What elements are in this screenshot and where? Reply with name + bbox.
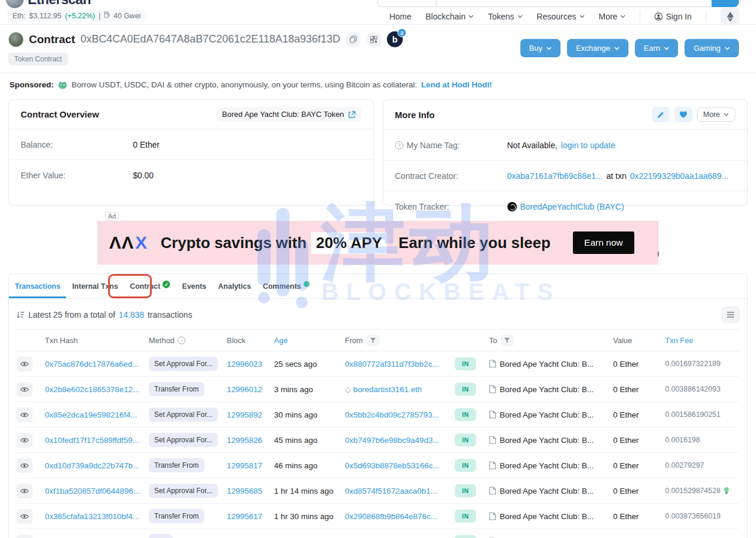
edit-name-tag-button[interactable]: [652, 107, 670, 122]
search-button[interactable]: [712, 0, 739, 7]
from-address-link[interactable]: 0xd8574f51672aaca0b1...: [345, 487, 437, 495]
txn-hash-link[interactable]: 0x75ac876dc17876a6ed...: [45, 360, 144, 369]
creator-address-link[interactable]: 0xaba7161a7fb69c88e1...: [507, 171, 603, 181]
preview-txn-button[interactable]: [17, 484, 32, 498]
tab-comments[interactable]: Comments: [257, 274, 315, 298]
block-link[interactable]: 12995685: [227, 487, 269, 495]
favorite-button[interactable]: [674, 107, 692, 122]
block-link[interactable]: 12996023: [227, 360, 269, 369]
preview-txn-button[interactable]: [17, 407, 32, 422]
balance-label: Balance:: [21, 140, 133, 149]
flamingo-scene-graphic: [634, 221, 659, 265]
creation-txn-link[interactable]: 0x22199329b0aa1aa689...: [630, 171, 729, 181]
txn-hash-link[interactable]: 0xf1ba520857df0644896...: [45, 487, 144, 495]
method-badge[interactable]: Transfer From: [149, 458, 204, 472]
preview-txn-button[interactable]: [17, 509, 32, 524]
preview-txn-button[interactable]: [17, 458, 32, 473]
qr-code-button[interactable]: [366, 32, 382, 47]
copy-address-button[interactable]: [346, 32, 361, 47]
chevron-down-icon: [468, 15, 474, 18]
txn-hash-link[interactable]: 0x2b8e602c1865378e12...: [45, 385, 144, 394]
table-options-button[interactable]: [722, 307, 739, 322]
eth-price-value[interactable]: $3,112.95: [29, 12, 61, 20]
earn-now-button[interactable]: Earn now: [573, 231, 634, 254]
block-link[interactable]: 12995826: [227, 436, 269, 445]
from-address-link[interactable]: 0x5d693b8878eb53166c...: [345, 461, 439, 470]
blockscan-chat-button[interactable]: b 2: [387, 31, 403, 47]
tab-transactions[interactable]: Transactions: [9, 274, 66, 298]
to-address[interactable]: Bored Ape Yacht Club: B...: [500, 385, 594, 394]
more-info-card: More Info More ? My Name Tag: Not: [383, 99, 748, 206]
total-transactions-link[interactable]: 14,838: [119, 310, 144, 319]
txn-fee: 0.0016198: [665, 436, 739, 444]
to-address[interactable]: Bored Ape Yacht Club: B...: [500, 410, 594, 419]
price-gas-separator: |: [99, 12, 100, 20]
method-badge[interactable]: Set Approval For...: [149, 433, 218, 447]
preview-txn-button[interactable]: [17, 433, 32, 448]
txn-hash-link[interactable]: 0x10fedf17f17c589ffdf59...: [45, 436, 144, 445]
to-address[interactable]: Bored Ape Yacht Club: B...: [500, 512, 594, 521]
more-info-more-button[interactable]: More: [697, 107, 735, 122]
block-link[interactable]: 12995617: [227, 512, 269, 521]
block-link[interactable]: 12995817: [227, 461, 269, 470]
txn-fee: 0.001697322189: [665, 360, 739, 368]
contract-overview-card: Contract Overview Bored Ape Yacht Club: …: [8, 99, 374, 206]
block-link[interactable]: 12996012: [227, 385, 269, 394]
txn-hash-link[interactable]: 0xd10d739a9dc22b747b...: [45, 461, 144, 470]
to-address[interactable]: Bored Ape Yacht Club: B...: [500, 487, 594, 495]
login-to-update-link[interactable]: login to update: [561, 141, 615, 150]
search-filter-select[interactable]: [377, 0, 436, 7]
preview-txn-button[interactable]: [17, 382, 32, 397]
search-input[interactable]: [436, 0, 712, 7]
block-link[interactable]: 12995892: [227, 410, 269, 419]
from-address-link[interactable]: 0x5bb2c4bd09c2785793...: [345, 410, 439, 419]
from-filter-button[interactable]: [366, 334, 379, 346]
buy-button[interactable]: Buy: [520, 39, 561, 57]
ad-banner[interactable]: ΛΛX Crypto savings with 20% APY Earn whi…: [97, 221, 659, 265]
tab-analytics[interactable]: Analytics: [212, 274, 257, 298]
txn-hash-link[interactable]: 0x85e2dca19e598216f4...: [45, 410, 144, 419]
eye-icon: [20, 462, 29, 469]
from-address-link[interactable]: 0x880772af311d7f3bb2c...: [345, 360, 439, 369]
method-badge[interactable]: Set Approval For...: [149, 357, 218, 371]
from-address-link[interactable]: 0x290868fb9b864e876c...: [345, 512, 437, 521]
method-badge[interactable]: [149, 534, 172, 538]
tab-events[interactable]: Events: [176, 274, 212, 298]
to-address[interactable]: Bored Ape Yacht Club: B...: [500, 360, 594, 369]
method-badge[interactable]: Transfer From: [149, 382, 204, 396]
exchange-button[interactable]: Exchange: [567, 39, 628, 57]
nav-more[interactable]: More: [599, 12, 626, 21]
sponsored-link[interactable]: Lend at Hodl Hodl!: [421, 80, 492, 89]
header-from: From: [345, 336, 363, 345]
from-address-link[interactable]: 0xb7497b6e98bc9a49d3...: [345, 436, 439, 445]
txn-hash-link[interactable]: 0x365cfafa13213f010bf4...: [45, 512, 144, 521]
gaming-button[interactable]: Gaming: [685, 39, 739, 57]
to-filter-button[interactable]: [501, 334, 514, 346]
nav-blockchain[interactable]: Blockchain: [426, 12, 474, 21]
method-badge[interactable]: Transfer From: [149, 509, 204, 523]
from-address-link[interactable]: boredartist3161.eth: [353, 385, 422, 394]
to-address[interactable]: Bored Ape Yacht Club: B...: [500, 461, 594, 470]
tab-contract[interactable]: Contract ✓: [124, 274, 176, 298]
network-switch-button[interactable]: [721, 8, 739, 25]
method-info-icon[interactable]: i: [178, 337, 185, 344]
preview-txn-button[interactable]: [17, 357, 32, 371]
bayc-token-link[interactable]: Bored Ape Yacht Club: BAYC Token: [216, 107, 361, 122]
preview-txn-button[interactable]: [17, 534, 32, 538]
ad-tag-label: Ad: [105, 212, 119, 220]
sign-in-button[interactable]: Sign In: [654, 12, 692, 21]
header-age-toggle[interactable]: Age: [274, 336, 340, 345]
nav-resources[interactable]: Resources: [537, 12, 585, 21]
to-address[interactable]: Bored Ape Yacht Club: B...: [500, 436, 594, 445]
gas-price[interactable]: 40 Gwei: [113, 12, 141, 20]
tab-internal-txns[interactable]: Internal Txns: [66, 274, 124, 298]
method-badge[interactable]: Set Approval For...: [149, 484, 218, 498]
method-badge[interactable]: Set Approval For...: [149, 407, 218, 422]
header-txn-fee-toggle[interactable]: Txn Fee: [665, 336, 739, 345]
nav-tokens[interactable]: Tokens: [488, 12, 522, 21]
etherscan-logo[interactable]: Etherscan: [6, 0, 91, 8]
contract-overview-title: Contract Overview: [21, 109, 99, 119]
search-bar: [377, 0, 739, 7]
earn-button[interactable]: Earn: [635, 39, 678, 57]
nav-home[interactable]: Home: [389, 12, 411, 21]
